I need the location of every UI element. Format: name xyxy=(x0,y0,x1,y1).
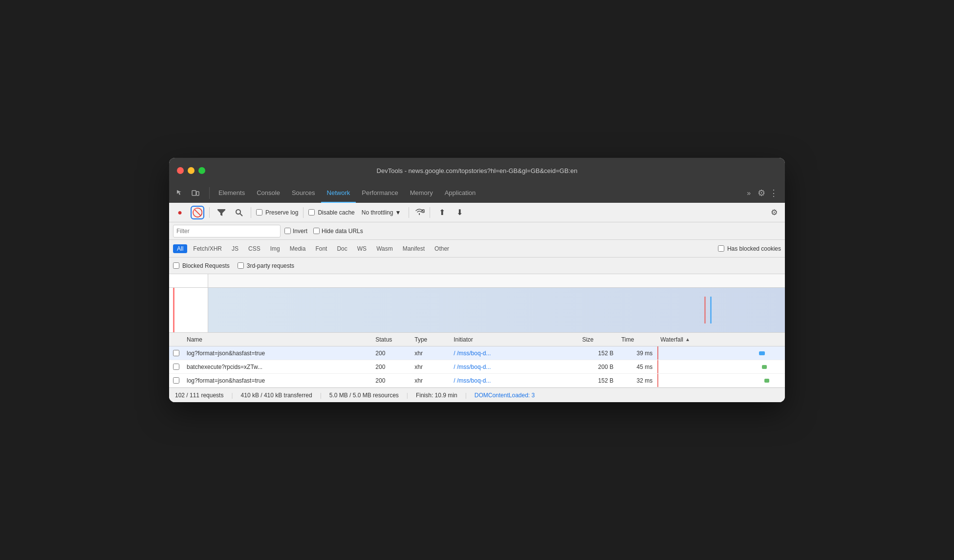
tab-elements[interactable]: Elements xyxy=(213,183,251,203)
td-checkbox-1 xyxy=(169,350,183,356)
row-checkbox-3[interactable] xyxy=(173,377,179,384)
status-bar: 102 / 111 requests | 410 kB / 410 kB tra… xyxy=(169,388,785,402)
type-filter-font[interactable]: Font xyxy=(311,244,331,253)
more-filter-bar: Blocked Requests 3rd-party requests xyxy=(169,258,785,274)
tab-performance[interactable]: Performance xyxy=(356,183,404,203)
svg-line-5 xyxy=(423,210,424,212)
timeline-body-gutter xyxy=(169,288,208,332)
preserve-log-group: Preserve log xyxy=(256,209,298,216)
tabs-bar: Elements Console Sources Network Perform… xyxy=(169,183,785,203)
network-settings-icon[interactable]: ⚙ xyxy=(767,206,781,219)
invert-checkbox[interactable] xyxy=(284,228,291,234)
blocked-requests-label[interactable]: Blocked Requests xyxy=(182,262,230,269)
type-filter-doc[interactable]: Doc xyxy=(333,244,351,253)
network-conditions-icon[interactable] xyxy=(414,208,425,217)
responsive-icon[interactable] xyxy=(189,186,202,200)
status-requests: 102 / 111 requests xyxy=(175,392,223,399)
type-filter-fetchxhr[interactable]: Fetch/XHR xyxy=(189,244,226,253)
type-filter-bar: All Fetch/XHR JS CSS Img Media Font Doc … xyxy=(169,240,785,258)
toolbar-divider-3 xyxy=(303,207,304,218)
disable-cache-label[interactable]: Disable cache xyxy=(318,209,354,216)
download-icon[interactable]: ⬇ xyxy=(453,206,466,219)
more-dots-icon[interactable]: ⋮ xyxy=(769,188,778,198)
tab-console[interactable]: Console xyxy=(251,183,286,203)
th-waterfall[interactable]: Waterfall ▲ xyxy=(656,336,785,343)
th-name[interactable]: Name xyxy=(183,336,371,343)
type-filter-img[interactable]: Img xyxy=(266,244,284,253)
upload-icon[interactable]: ⬆ xyxy=(435,206,449,219)
third-party-label[interactable]: 3rd-party requests xyxy=(247,262,294,269)
hide-data-urls-checkbox[interactable] xyxy=(313,228,320,234)
window-title: DevTools - news.google.com/topstories?hl… xyxy=(377,167,578,174)
td-name-1: log?format=json&hasfast=true xyxy=(183,350,371,357)
tab-sources[interactable]: Sources xyxy=(286,183,321,203)
preserve-log-checkbox[interactable] xyxy=(256,209,262,215)
close-button[interactable] xyxy=(177,167,184,174)
more-tabs-button[interactable]: » xyxy=(743,183,755,203)
search-button[interactable] xyxy=(232,206,246,219)
status-resources: 5.0 MB / 5.0 MB resources xyxy=(329,392,399,399)
th-status[interactable]: Status xyxy=(371,336,411,343)
disable-cache-checkbox[interactable] xyxy=(308,209,315,215)
sort-arrow-icon: ▲ xyxy=(685,337,690,342)
th-size[interactable]: Size xyxy=(578,336,617,343)
td-status-1: 200 xyxy=(371,350,411,357)
filter-input[interactable] xyxy=(176,228,277,235)
td-size-1: 152 B xyxy=(578,350,617,357)
type-filter-js[interactable]: JS xyxy=(228,244,242,253)
type-filter-media[interactable]: Media xyxy=(286,244,310,253)
tab-network[interactable]: Network xyxy=(321,183,356,203)
invert-label[interactable]: Invert xyxy=(293,228,307,235)
td-status-2: 200 xyxy=(371,364,411,370)
filter-button[interactable] xyxy=(215,206,228,219)
table-row[interactable]: log?format=json&hasfast=true 200 xhr / /… xyxy=(169,346,785,360)
type-filter-all[interactable]: All xyxy=(173,244,187,253)
td-initiator-3: / /mss/boq-d... xyxy=(450,377,578,384)
hide-data-urls-label[interactable]: Hide data URLs xyxy=(322,228,363,235)
tab-icons xyxy=(173,186,202,200)
th-time[interactable]: Time xyxy=(617,336,656,343)
has-blocked-cookies-group: Has blocked cookies xyxy=(718,245,781,252)
table-row[interactable]: batchexecute?rpcids=xZTw... 200 xhr / /m… xyxy=(169,360,785,374)
th-type[interactable]: Type xyxy=(411,336,450,343)
invert-filter-group: Invert xyxy=(284,228,307,235)
type-filter-wasm[interactable]: Wasm xyxy=(372,244,397,253)
td-waterfall-1 xyxy=(656,346,785,360)
has-blocked-cookies-label[interactable]: Has blocked cookies xyxy=(727,245,781,252)
row-checkbox-1[interactable] xyxy=(173,350,179,356)
throttle-select[interactable]: No throttling ▼ xyxy=(359,208,404,217)
type-filter-other[interactable]: Other xyxy=(431,244,453,253)
blocked-requests-group: Blocked Requests xyxy=(173,262,230,269)
timeline-content[interactable] xyxy=(208,288,785,332)
third-party-checkbox[interactable] xyxy=(238,262,244,269)
tabs-settings: ⚙ ⋮ xyxy=(755,188,781,198)
toolbar-divider-4 xyxy=(409,207,409,218)
tab-application[interactable]: Application xyxy=(439,183,482,203)
td-size-2: 200 B xyxy=(578,364,617,370)
type-filter-ws[interactable]: WS xyxy=(353,244,370,253)
record-button[interactable]: ● xyxy=(173,206,187,219)
td-name-2: batchexecute?rpcids=xZTw... xyxy=(183,364,371,370)
disable-cache-group: Disable cache xyxy=(308,209,354,216)
maximize-button[interactable] xyxy=(198,167,205,174)
status-domcontent: DOMContentLoaded: 3 xyxy=(475,392,535,399)
toolbar-divider-1 xyxy=(209,207,210,218)
td-time-1: 39 ms xyxy=(617,350,656,357)
preserve-log-label[interactable]: Preserve log xyxy=(265,209,298,216)
tab-memory[interactable]: Memory xyxy=(404,183,439,203)
th-initiator[interactable]: Initiator xyxy=(450,336,578,343)
row-checkbox-2[interactable] xyxy=(173,364,179,370)
settings-icon[interactable]: ⚙ xyxy=(758,188,765,198)
blocked-requests-checkbox[interactable] xyxy=(173,262,179,269)
table-header: Name Status Type Initiator Size Time xyxy=(169,333,785,346)
type-filter-css[interactable]: CSS xyxy=(244,244,264,253)
minimize-button[interactable] xyxy=(188,167,195,174)
filter-options: Invert Hide data URLs xyxy=(284,228,363,235)
status-finish: Finish: 10.9 min xyxy=(416,392,457,399)
clear-button[interactable]: 🚫 xyxy=(191,206,204,219)
table-row[interactable]: log?format=json&hasfast=true 200 xhr / /… xyxy=(169,374,785,388)
element-picker-icon[interactable] xyxy=(173,186,187,200)
type-filter-manifest[interactable]: Manifest xyxy=(399,244,429,253)
has-blocked-cookies-checkbox[interactable] xyxy=(718,245,724,252)
td-type-1: xhr xyxy=(411,350,450,357)
